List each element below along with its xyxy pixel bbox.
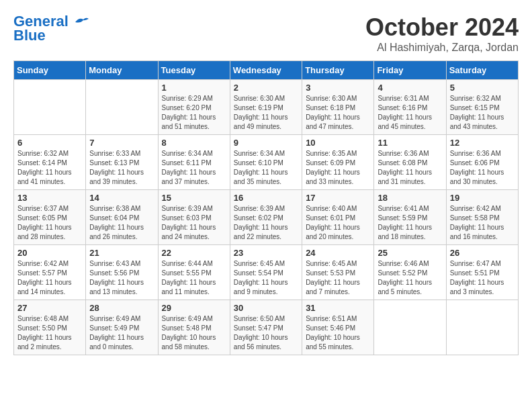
logo-blue: Blue: [13, 27, 46, 44]
day-number: 1: [162, 83, 226, 93]
calendar-cell: [446, 300, 518, 355]
calendar-cell: 1Sunrise: 6:29 AMSunset: 6:20 PMDaylight…: [158, 80, 230, 135]
day-number: 4: [378, 83, 442, 93]
calendar-cell: 12Sunrise: 6:36 AMSunset: 6:06 PMDayligh…: [446, 135, 518, 190]
day-number: 25: [378, 248, 442, 258]
cell-content: Sunrise: 6:45 AMSunset: 5:53 PMDaylight:…: [306, 259, 370, 297]
day-number: 9: [234, 138, 298, 148]
calendar-cell: 25Sunrise: 6:46 AMSunset: 5:52 PMDayligh…: [374, 245, 446, 300]
logo-bird-icon: [74, 17, 89, 28]
cell-content: Sunrise: 6:37 AMSunset: 6:05 PMDaylight:…: [17, 204, 82, 242]
calendar-cell: 10Sunrise: 6:35 AMSunset: 6:09 PMDayligh…: [302, 135, 374, 190]
calendar-week-row: 6Sunrise: 6:32 AMSunset: 6:14 PMDaylight…: [14, 135, 519, 190]
calendar-cell: 28Sunrise: 6:49 AMSunset: 5:49 PMDayligh…: [86, 300, 158, 355]
calendar-cell: 7Sunrise: 6:33 AMSunset: 6:13 PMDaylight…: [86, 135, 158, 190]
day-number: 12: [450, 138, 515, 148]
cell-content: Sunrise: 6:38 AMSunset: 6:04 PMDaylight:…: [89, 204, 154, 242]
cell-content: Sunrise: 6:49 AMSunset: 5:49 PMDaylight:…: [89, 314, 154, 352]
calendar-cell: 9Sunrise: 6:34 AMSunset: 6:10 PMDaylight…: [230, 135, 302, 190]
calendar-cell: [14, 80, 86, 135]
day-number: 20: [17, 248, 82, 258]
day-number: 14: [89, 193, 154, 203]
weekday-header-friday: Friday: [374, 61, 446, 80]
cell-content: Sunrise: 6:34 AMSunset: 6:10 PMDaylight:…: [234, 149, 298, 187]
cell-content: Sunrise: 6:48 AMSunset: 5:50 PMDaylight:…: [17, 314, 82, 352]
day-number: 11: [378, 138, 442, 148]
calendar-cell: 30Sunrise: 6:50 AMSunset: 5:47 PMDayligh…: [230, 300, 302, 355]
cell-content: Sunrise: 6:44 AMSunset: 5:55 PMDaylight:…: [162, 259, 226, 297]
day-number: 10: [306, 138, 370, 148]
day-number: 6: [17, 138, 82, 148]
weekday-header-tuesday: Tuesday: [158, 61, 230, 80]
cell-content: Sunrise: 6:35 AMSunset: 6:09 PMDaylight:…: [306, 149, 370, 187]
cell-content: Sunrise: 6:42 AMSunset: 5:57 PMDaylight:…: [17, 259, 82, 297]
day-number: 24: [306, 248, 370, 258]
calendar-cell: 14Sunrise: 6:38 AMSunset: 6:04 PMDayligh…: [86, 190, 158, 245]
cell-content: Sunrise: 6:49 AMSunset: 5:48 PMDaylight:…: [162, 314, 226, 352]
calendar-cell: 4Sunrise: 6:31 AMSunset: 6:16 PMDaylight…: [374, 80, 446, 135]
day-number: 18: [378, 193, 442, 203]
cell-content: Sunrise: 6:43 AMSunset: 5:56 PMDaylight:…: [89, 259, 154, 297]
day-number: 22: [162, 248, 226, 258]
cell-content: Sunrise: 6:50 AMSunset: 5:47 PMDaylight:…: [234, 314, 298, 352]
calendar-week-row: 13Sunrise: 6:37 AMSunset: 6:05 PMDayligh…: [14, 190, 519, 245]
calendar-week-row: 1Sunrise: 6:29 AMSunset: 6:20 PMDaylight…: [14, 80, 519, 135]
day-number: 30: [234, 303, 298, 313]
weekday-header-monday: Monday: [86, 61, 158, 80]
calendar-cell: 31Sunrise: 6:51 AMSunset: 5:46 PMDayligh…: [302, 300, 374, 355]
calendar-cell: 23Sunrise: 6:45 AMSunset: 5:54 PMDayligh…: [230, 245, 302, 300]
calendar-table: SundayMondayTuesdayWednesdayThursdayFrid…: [13, 60, 519, 355]
calendar-cell: 2Sunrise: 6:30 AMSunset: 6:19 PMDaylight…: [230, 80, 302, 135]
calendar-cell: 8Sunrise: 6:34 AMSunset: 6:11 PMDaylight…: [158, 135, 230, 190]
cell-content: Sunrise: 6:51 AMSunset: 5:46 PMDaylight:…: [306, 314, 370, 352]
calendar-cell: [374, 300, 446, 355]
cell-content: Sunrise: 6:36 AMSunset: 6:08 PMDaylight:…: [378, 149, 442, 187]
calendar-cell: 20Sunrise: 6:42 AMSunset: 5:57 PMDayligh…: [14, 245, 86, 300]
calendar-cell: 29Sunrise: 6:49 AMSunset: 5:48 PMDayligh…: [158, 300, 230, 355]
day-number: 17: [306, 193, 370, 203]
day-number: 5: [450, 83, 515, 93]
cell-content: Sunrise: 6:39 AMSunset: 6:02 PMDaylight:…: [234, 204, 298, 242]
title-block: October 2024 Al Hashimiyah, Zarqa, Jorda…: [365, 13, 519, 54]
day-number: 2: [234, 83, 298, 93]
calendar-cell: 26Sunrise: 6:47 AMSunset: 5:51 PMDayligh…: [446, 245, 518, 300]
day-number: 26: [450, 248, 515, 258]
cell-content: Sunrise: 6:30 AMSunset: 6:18 PMDaylight:…: [306, 94, 370, 132]
calendar-cell: 16Sunrise: 6:39 AMSunset: 6:02 PMDayligh…: [230, 190, 302, 245]
day-number: 13: [17, 193, 82, 203]
location-title: Al Hashimiyah, Zarqa, Jordan: [365, 42, 519, 54]
cell-content: Sunrise: 6:36 AMSunset: 6:06 PMDaylight:…: [450, 149, 515, 187]
cell-content: Sunrise: 6:45 AMSunset: 5:54 PMDaylight:…: [234, 259, 298, 297]
month-title: October 2024: [365, 13, 519, 42]
weekday-header-row: SundayMondayTuesdayWednesdayThursdayFrid…: [14, 61, 519, 80]
cell-content: Sunrise: 6:46 AMSunset: 5:52 PMDaylight:…: [378, 259, 442, 297]
cell-content: Sunrise: 6:39 AMSunset: 6:03 PMDaylight:…: [162, 204, 226, 242]
day-number: 19: [450, 193, 515, 203]
cell-content: Sunrise: 6:47 AMSunset: 5:51 PMDaylight:…: [450, 259, 515, 297]
page-header: General Blue October 2024 Al Hashimiyah,…: [13, 13, 519, 54]
day-number: 28: [89, 303, 154, 313]
calendar-cell: 11Sunrise: 6:36 AMSunset: 6:08 PMDayligh…: [374, 135, 446, 190]
cell-content: Sunrise: 6:40 AMSunset: 6:01 PMDaylight:…: [306, 204, 370, 242]
day-number: 23: [234, 248, 298, 258]
calendar-cell: 22Sunrise: 6:44 AMSunset: 5:55 PMDayligh…: [158, 245, 230, 300]
calendar-cell: [86, 80, 158, 135]
cell-content: Sunrise: 6:32 AMSunset: 6:15 PMDaylight:…: [450, 94, 515, 132]
cell-content: Sunrise: 6:32 AMSunset: 6:14 PMDaylight:…: [17, 149, 82, 187]
weekday-header-saturday: Saturday: [446, 61, 518, 80]
calendar-cell: 17Sunrise: 6:40 AMSunset: 6:01 PMDayligh…: [302, 190, 374, 245]
calendar-cell: 6Sunrise: 6:32 AMSunset: 6:14 PMDaylight…: [14, 135, 86, 190]
cell-content: Sunrise: 6:41 AMSunset: 5:59 PMDaylight:…: [378, 204, 442, 242]
day-number: 31: [306, 303, 370, 313]
calendar-cell: 18Sunrise: 6:41 AMSunset: 5:59 PMDayligh…: [374, 190, 446, 245]
day-number: 3: [306, 83, 370, 93]
calendar-cell: 3Sunrise: 6:30 AMSunset: 6:18 PMDaylight…: [302, 80, 374, 135]
calendar-cell: 21Sunrise: 6:43 AMSunset: 5:56 PMDayligh…: [86, 245, 158, 300]
day-number: 7: [89, 138, 154, 148]
cell-content: Sunrise: 6:33 AMSunset: 6:13 PMDaylight:…: [89, 149, 154, 187]
calendar-week-row: 20Sunrise: 6:42 AMSunset: 5:57 PMDayligh…: [14, 245, 519, 300]
logo: General Blue: [13, 13, 89, 44]
calendar-week-row: 27Sunrise: 6:48 AMSunset: 5:50 PMDayligh…: [14, 300, 519, 355]
day-number: 8: [162, 138, 226, 148]
calendar-cell: 27Sunrise: 6:48 AMSunset: 5:50 PMDayligh…: [14, 300, 86, 355]
